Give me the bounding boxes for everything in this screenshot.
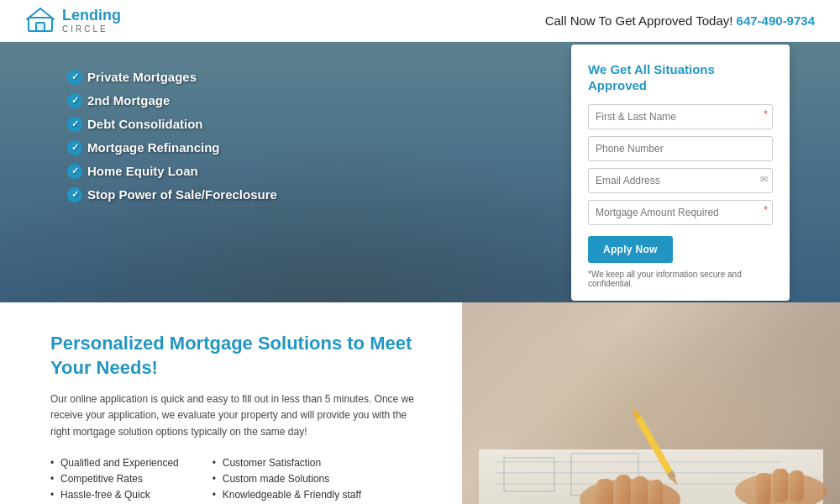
amount-required-star: *: [764, 204, 768, 216]
hero-list-item-label: Private Mortgages: [87, 70, 197, 84]
check-icon: ✓: [67, 164, 82, 179]
section2-title: Personalized Mortgage Solutions to Meet …: [50, 332, 428, 380]
logo[interactable]: Lending CIRCLE: [25, 4, 121, 38]
hero-list-item-label: Debt Consolidation: [87, 117, 203, 131]
check-icon: ✓: [67, 93, 82, 108]
svg-rect-20: [773, 469, 788, 502]
personalized-section: Personalized Mortgage Solutions to Meet …: [0, 302, 840, 504]
svg-rect-19: [756, 473, 771, 504]
privacy-note: *We keep all your information secure and…: [588, 270, 773, 288]
feature-item: Competitive Rates: [50, 473, 179, 485]
form-title: We Get All Situations Approved: [588, 61, 773, 94]
hero-list-item-label: Stop Power of Sale/Foreclosure: [87, 187, 277, 202]
email-field-wrapper: ✉: [588, 168, 773, 193]
hero-content: ✓Private Mortgages✓2nd Mortgage✓Debt Con…: [0, 42, 840, 302]
amount-input[interactable]: [588, 200, 773, 225]
hero-list-item: ✓Home Equity Loan: [67, 164, 277, 179]
svg-rect-10: [596, 479, 613, 504]
hero-list-item-label: Mortgage Refinancing: [87, 140, 220, 155]
hero-list-item: ✓Private Mortgages: [67, 70, 277, 85]
logo-text: Lending CIRCLE: [62, 8, 121, 34]
site-header: Lending CIRCLE Call Now To Get Approved …: [0, 0, 840, 42]
svg-rect-12: [633, 476, 648, 504]
section2-description: Our online application is quick and easy…: [50, 391, 428, 440]
name-input[interactable]: [588, 104, 773, 129]
header-cta: Call Now To Get Approved Today! 647-490-…: [545, 13, 815, 28]
svg-rect-21: [790, 470, 804, 502]
header-phone[interactable]: 647-490-9734: [737, 13, 815, 28]
check-icon: ✓: [67, 117, 82, 132]
feature-item: Knowledgeable & Friendly staff: [213, 489, 361, 501]
section2-image: [462, 302, 840, 504]
features-grid: Qualified and ExperiencedCompetitive Rat…: [50, 457, 428, 504]
hands-illustration: [462, 302, 840, 504]
feature-item: Qualified and Experienced: [50, 457, 179, 469]
features-right-col: Customer SatisfactionCustom made Solutio…: [213, 457, 361, 504]
logo-lending-text: Lending: [62, 8, 121, 24]
application-form-card: We Get All Situations Approved * ✉ * App…: [571, 45, 790, 301]
hero-list-item: ✓2nd Mortgage: [67, 93, 277, 108]
hero-list-item-label: Home Equity Loan: [87, 164, 198, 178]
hero-section: ✓Private Mortgages✓2nd Mortgage✓Debt Con…: [0, 42, 840, 302]
hero-list-item-label: 2nd Mortgage: [87, 93, 170, 108]
hero-list-item: ✓Mortgage Refinancing: [67, 140, 277, 155]
svg-rect-2: [36, 23, 45, 31]
feature-item: Custom made Solutions: [213, 473, 361, 485]
section2-text-area: Personalized Mortgage Solutions to Meet …: [0, 302, 462, 504]
logo-circle-text: CIRCLE: [62, 24, 121, 34]
amount-field-wrapper: *: [588, 200, 773, 225]
feature-item: Customer Satisfaction: [213, 457, 361, 469]
email-input[interactable]: [588, 168, 773, 193]
name-required-star: *: [764, 108, 768, 120]
check-icon: ✓: [67, 70, 82, 85]
cta-text: Call Now To Get Approved Today!: [545, 13, 733, 28]
logo-icon: [25, 4, 55, 38]
check-icon: ✓: [67, 187, 82, 202]
hero-features-list: ✓Private Mortgages✓2nd Mortgage✓Debt Con…: [67, 45, 277, 211]
apply-button[interactable]: Apply Now: [588, 236, 673, 263]
feature-item: Hassle-free & Quick: [50, 489, 179, 501]
phone-input[interactable]: [588, 136, 773, 161]
check-icon: ✓: [67, 140, 82, 155]
hero-list-item: ✓Stop Power of Sale/Foreclosure: [67, 187, 277, 202]
svg-rect-11: [616, 475, 631, 504]
phone-field-wrapper: [588, 136, 773, 161]
name-field-wrapper: *: [588, 104, 773, 129]
svg-rect-13: [649, 480, 663, 504]
email-icon: ✉: [760, 174, 768, 185]
hero-list-item: ✓Debt Consolidation: [67, 117, 277, 132]
features-left-col: Qualified and ExperiencedCompetitive Rat…: [50, 457, 179, 504]
